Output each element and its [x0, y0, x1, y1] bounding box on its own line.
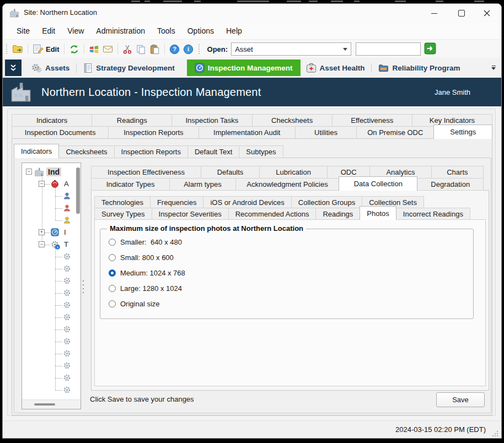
paste-icon[interactable]: [148, 43, 162, 56]
menu-options[interactable]: Options: [181, 24, 220, 37]
module-tab-assets[interactable]: Assets: [26, 60, 75, 76]
tab-lubrication[interactable]: Lubrication: [259, 166, 328, 179]
tab-default-text[interactable]: Default Text: [187, 145, 239, 158]
tab-technologies[interactable]: Technologies: [94, 196, 151, 208]
radio-icon[interactable]: [109, 239, 116, 246]
tab-incorrect-readings[interactable]: Incorrect Readings: [396, 208, 470, 220]
menu-administration[interactable]: Administration: [90, 24, 151, 37]
tab-degradation[interactable]: Degradation: [417, 178, 484, 191]
tab-indicators[interactable]: Indicators: [12, 114, 92, 127]
tab-inspection-documents[interactable]: Inspection Documents: [12, 126, 109, 139]
close-button[interactable]: [475, 4, 499, 23]
radio-icon[interactable]: [109, 254, 116, 261]
tab-indicator-types[interactable]: Indicator Types: [91, 178, 170, 191]
tree-item[interactable]: [22, 372, 81, 383]
quick-open-input[interactable]: [356, 42, 421, 56]
module-tab-inspection-management[interactable]: Inspection Management: [187, 60, 301, 76]
tree-hscrollbar[interactable]: [22, 399, 81, 409]
radio-option-medium-1024-x-768[interactable]: Medium: 1024 x 768: [109, 268, 185, 278]
tree-item[interactable]: [22, 385, 81, 396]
tree-hscrollbar-thumb[interactable]: [34, 403, 55, 406]
minimize-button[interactable]: [422, 4, 446, 23]
radio-icon[interactable]: [109, 285, 116, 292]
radio-selected-icon[interactable]: [109, 269, 116, 277]
tab-inspection-reports[interactable]: Inspection Reports: [114, 145, 188, 158]
tree-item[interactable]: [22, 191, 81, 202]
tab-implementation-audit[interactable]: Implementation Audit: [199, 126, 296, 139]
tab-inspection-tasks[interactable]: Inspection Tasks: [171, 114, 252, 127]
collapse-box-icon[interactable]: −: [39, 241, 45, 247]
save-button[interactable]: Save: [436, 392, 485, 407]
tree-item[interactable]: −iT: [22, 239, 81, 250]
tree-item[interactable]: [22, 288, 81, 299]
tab-readings[interactable]: Readings: [315, 208, 360, 220]
menu-view[interactable]: View: [61, 24, 90, 37]
radio-option-large-1280-x-1024[interactable]: Large: 1280 x 1024: [109, 283, 182, 293]
tab-subtypes[interactable]: Subtypes: [239, 145, 283, 158]
expand-box-icon[interactable]: +: [39, 229, 45, 235]
tab-inspector-severities[interactable]: Inspector Severities: [152, 208, 229, 220]
menu-tools[interactable]: Tools: [151, 24, 181, 37]
copy-icon[interactable]: [134, 43, 148, 56]
tree-item[interactable]: [22, 312, 81, 323]
help-icon[interactable]: ?: [168, 43, 181, 56]
tab-effectiveness[interactable]: Effectiveness: [332, 114, 412, 127]
tree-item[interactable]: [22, 348, 81, 359]
tree-item[interactable]: [22, 215, 81, 226]
tab-alarm-types[interactable]: Alarm types: [169, 178, 236, 191]
radio-option-small-800-x-600[interactable]: Small: 800 x 600: [109, 252, 174, 262]
tree-item[interactable]: [22, 275, 81, 287]
tabbar-overflow-button[interactable]: [491, 66, 496, 70]
collapse-box-icon[interactable]: −: [26, 169, 32, 175]
menu-help[interactable]: Help: [220, 24, 248, 37]
refresh-icon[interactable]: [67, 43, 81, 56]
tab-defaults[interactable]: Defaults: [201, 166, 260, 179]
tab-inspection-effectiveness[interactable]: Inspection Effectiveness: [91, 166, 201, 179]
open-type-select[interactable]: Asset: [231, 42, 351, 56]
splitter-handle[interactable]: [82, 277, 84, 296]
tab-indicators[interactable]: Indicators: [14, 144, 59, 158]
tab-survey-types[interactable]: Survey Types: [94, 208, 152, 220]
tab-collection-groups[interactable]: Collection Groups: [291, 196, 362, 208]
tab-utilities[interactable]: Utilities: [295, 126, 357, 139]
menu-site[interactable]: Site: [10, 24, 36, 37]
tree-item[interactable]: −Ind: [22, 166, 81, 177]
go-button[interactable]: [424, 42, 437, 56]
radio-option-original-size[interactable]: Original size: [109, 299, 160, 309]
tree-item[interactable]: [22, 251, 81, 262]
tab-settings[interactable]: Settings: [433, 125, 492, 139]
toolbar-grip[interactable]: [199, 44, 200, 54]
cut-icon[interactable]: [121, 43, 134, 56]
windows-icon[interactable]: [87, 43, 101, 56]
tab-frequencies[interactable]: Frequencies: [150, 196, 204, 208]
menu-edit[interactable]: Edit: [36, 24, 61, 37]
tree-vscrollbar-thumb[interactable]: [76, 168, 80, 214]
tab-recommended-actions[interactable]: Recommended Actions: [228, 208, 317, 220]
tree-item[interactable]: −A: [22, 179, 81, 190]
tree-item[interactable]: [22, 300, 81, 311]
tree-item[interactable]: +I: [22, 227, 81, 238]
info-icon[interactable]: i: [181, 43, 195, 56]
tree-item[interactable]: [22, 203, 81, 214]
tab-checksheets[interactable]: Checksheets: [58, 145, 114, 158]
tree-item[interactable]: [22, 324, 81, 335]
resize-grip-icon[interactable]: [492, 430, 498, 437]
tree-item[interactable]: [22, 263, 81, 274]
module-tab-asset-health[interactable]: Asset Health: [301, 60, 371, 76]
edit-button[interactable]: Edit: [31, 42, 61, 56]
module-tab-strategy-development[interactable]: Strategy Development: [78, 60, 180, 76]
tree-item[interactable]: [22, 336, 81, 347]
tab-readings[interactable]: Readings: [92, 114, 172, 127]
tab-ios-or-android-devices[interactable]: iOS or Android Devices: [203, 196, 291, 208]
collapse-box-icon[interactable]: −: [39, 181, 45, 187]
tab-checksheets[interactable]: Checksheets: [252, 114, 333, 127]
radio-option-smaller-640-x-480[interactable]: Smaller: 640 x 480: [109, 237, 182, 247]
tab-on-premise-odc[interactable]: On Premise ODC: [356, 126, 434, 139]
module-tab-reliability-program[interactable]: Reliability Program: [373, 60, 465, 76]
open-folder-icon[interactable]: [10, 43, 25, 55]
toolbar-grip[interactable]: [6, 44, 7, 54]
maximize-button[interactable]: [449, 4, 474, 23]
tab-charts[interactable]: Charts: [431, 166, 484, 179]
tab-inspection-reports[interactable]: Inspection Reports: [108, 126, 199, 139]
radio-icon[interactable]: [109, 300, 116, 307]
